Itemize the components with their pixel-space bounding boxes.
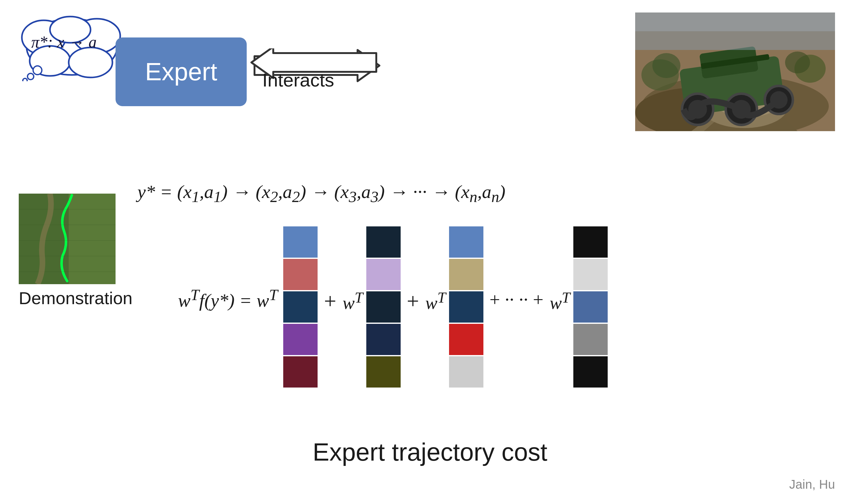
color-block <box>283 324 318 355</box>
color-block <box>573 356 608 388</box>
color-stack-3 <box>449 226 483 388</box>
wt-label-2: wT <box>343 289 363 313</box>
color-block <box>573 324 608 355</box>
operator-dots: + ·· ·· + <box>483 289 550 311</box>
color-block <box>573 226 608 258</box>
wt-label-4: wT <box>549 289 570 313</box>
color-block <box>366 259 401 290</box>
citation: Jain, Hu <box>789 477 835 491</box>
operator-plus-2: + <box>401 289 425 314</box>
color-block <box>366 291 401 322</box>
color-block <box>283 259 318 290</box>
vehicle-image <box>635 13 835 131</box>
color-block <box>366 324 401 355</box>
color-block <box>449 356 483 388</box>
expert-box: Expert <box>116 38 247 106</box>
color-stack-4 <box>573 226 608 388</box>
color-block <box>366 226 401 258</box>
svg-point-7 <box>28 73 34 80</box>
wt-label-3: wT <box>425 289 446 313</box>
color-block <box>366 356 401 388</box>
color-block <box>449 324 483 355</box>
operator-plus-1: + <box>318 289 342 314</box>
thought-bubble: π*: x → a <box>19 13 125 81</box>
trajectory-equation: y* = (x1,a1) → (x2,a2) → (x3,a3) → ··· →… <box>138 181 505 206</box>
interacts-text: Interacts <box>262 69 334 91</box>
expert-label: Expert <box>145 57 217 86</box>
demo-image <box>19 193 116 284</box>
color-stack-2 <box>366 226 401 388</box>
color-stack-1 <box>283 226 318 388</box>
svg-rect-32 <box>635 13 835 31</box>
color-block <box>449 226 483 258</box>
svg-rect-35 <box>69 193 116 284</box>
cost-equation: wTf(y*) = wT <box>178 286 277 311</box>
color-block <box>283 291 318 322</box>
trajectory-cost-label: Expert trajectory cost <box>0 438 860 466</box>
color-block <box>283 356 318 388</box>
thought-formula: π*: x → a <box>31 33 97 51</box>
svg-point-6 <box>33 66 42 75</box>
color-block <box>573 291 608 322</box>
demo-area: Demonstration <box>19 193 116 308</box>
color-block <box>283 226 318 258</box>
svg-point-29 <box>785 52 810 73</box>
cost-row: wTf(y*) = wT + wT + wT <box>178 226 608 388</box>
color-block <box>573 259 608 290</box>
bottom-section: Demonstration y* = (x1,a1) → (x2,a2) → (… <box>0 175 860 504</box>
svg-point-8 <box>23 78 27 81</box>
svg-point-4 <box>69 47 112 77</box>
color-block <box>449 259 483 290</box>
svg-point-30 <box>653 53 680 78</box>
demo-label: Demonstration <box>19 288 116 308</box>
color-block <box>449 291 483 322</box>
